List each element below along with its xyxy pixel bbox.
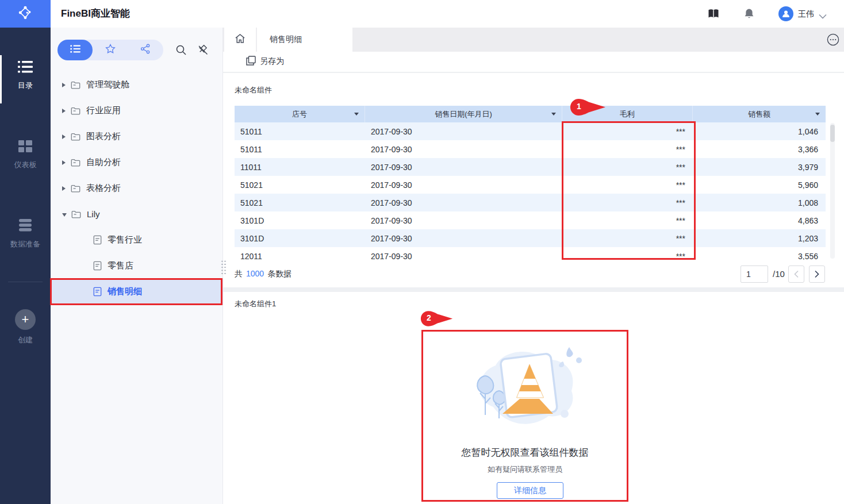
sidebar-item-dashboard[interactable]: 仪表板 xyxy=(0,140,51,170)
rail-item-label: 目录 xyxy=(0,80,51,91)
chevron-right-icon[interactable] xyxy=(62,134,66,139)
record-count: 共1000条数据 xyxy=(235,269,291,279)
component1-title: 未命名组件 xyxy=(235,85,272,95)
dashboard-icon xyxy=(18,144,32,154)
table-cell: 3101D xyxy=(235,211,365,229)
table-scrollbar-track[interactable] xyxy=(830,123,835,259)
sidebar-item-data-prep[interactable]: 数据准备 xyxy=(0,219,51,249)
tab-sales-detail[interactable]: 销售明细 xyxy=(257,28,352,52)
chevron-right-icon[interactable] xyxy=(62,186,66,191)
user-name[interactable]: 王伟 xyxy=(798,0,814,28)
tree-item-label: 图表分析 xyxy=(86,131,121,142)
table-cell: 3,556 xyxy=(693,247,826,260)
table-row-1: 510112017-09-30***3,366 xyxy=(235,140,826,158)
annotation-box-no-permission xyxy=(421,330,628,502)
view-switch xyxy=(57,40,163,60)
folder-icon xyxy=(71,80,80,89)
sidebar-tree-item-7[interactable]: 零售店 xyxy=(51,253,223,279)
folder-icon xyxy=(71,184,80,193)
count-suffix: 条数据 xyxy=(267,269,291,278)
filter-dropdown-icon[interactable] xyxy=(551,113,556,118)
chevron-right-icon[interactable] xyxy=(62,83,66,87)
plus-icon: + xyxy=(15,309,36,330)
annotation-marker-label: 1 xyxy=(575,102,583,111)
prev-page-button[interactable] xyxy=(788,266,804,283)
save-as-button[interactable]: 另存为 xyxy=(246,56,284,67)
table-row-2: 110112017-09-30***3,979 xyxy=(235,158,826,176)
share-icon xyxy=(140,44,151,56)
sidebar-item-create[interactable]: + 创建 xyxy=(0,309,51,345)
sidebar-tree-item-4[interactable]: 表格分析 xyxy=(51,175,223,201)
page-number-input[interactable] xyxy=(741,266,768,283)
column-header-0[interactable]: 店号 xyxy=(235,106,365,122)
filter-dropdown-icon[interactable] xyxy=(815,113,820,118)
sidebar-tree-item-1[interactable]: 行业应用 xyxy=(51,98,223,124)
tree-item-label: 零售店 xyxy=(108,260,133,271)
table-cell: 11011 xyxy=(235,158,365,176)
finebi-logo[interactable] xyxy=(0,0,51,28)
column-label: 店号 xyxy=(292,109,307,120)
drag-handle[interactable] xyxy=(221,260,227,275)
sidebar-tree-item-2[interactable]: 图表分析 xyxy=(51,124,223,149)
annotation-box-profit-column xyxy=(562,121,696,260)
sidebar-tree-item-6[interactable]: 零售行业 xyxy=(51,227,223,253)
view-switch-list[interactable] xyxy=(57,40,93,60)
table-cell: 5,960 xyxy=(693,176,826,194)
table-cell: 3,979 xyxy=(693,158,826,176)
chevron-right-icon[interactable] xyxy=(62,160,66,165)
column-label: 销售额 xyxy=(748,109,770,120)
directory-sidebar: 管理驾驶舱行业应用图表分析自助分析表格分析Lily零售行业零售店销售明细 xyxy=(51,28,223,504)
column-header-1[interactable]: 销售日期(年月日) xyxy=(365,106,562,122)
annotation-marker-label: 2 xyxy=(425,313,433,322)
chevron-down-icon[interactable] xyxy=(819,11,827,21)
sidebar-tree-item-5[interactable]: Lily xyxy=(51,201,223,227)
sales-table: 店号销售日期(年月日)毛利销售额 510112017-09-30***1,046… xyxy=(235,106,826,260)
tree-item-label: Lily xyxy=(87,209,100,219)
table-cell: 2017-09-30 xyxy=(365,247,562,260)
bell-icon[interactable] xyxy=(743,7,755,20)
user-avatar[interactable] xyxy=(778,6,793,21)
chevron-down-icon[interactable] xyxy=(62,213,67,217)
table-row-6: 3101D2017-09-30***1,203 xyxy=(235,229,826,247)
rail-item-label: 数据准备 xyxy=(0,239,51,249)
help-book-icon[interactable] xyxy=(707,7,720,20)
top-header: FineBI商业智能 王伟 xyxy=(0,0,844,28)
next-page-button[interactable] xyxy=(809,266,825,283)
table-cell: 2017-09-30 xyxy=(365,140,562,158)
tree-item-label: 自助分析 xyxy=(86,157,121,168)
table-cell: 2017-09-30 xyxy=(365,211,562,229)
search-icon[interactable] xyxy=(175,44,187,56)
rail-divider xyxy=(8,282,43,282)
table-cell: 12011 xyxy=(235,247,365,260)
chevron-right-icon[interactable] xyxy=(62,109,66,113)
folder-icon xyxy=(71,106,80,115)
finebi-app: FineBI商业智能 王伟 目录 仪表板 xyxy=(0,0,844,504)
save-as-label: 另存为 xyxy=(260,56,284,67)
nav-rail: 目录 仪表板 数据准备 + 创建 xyxy=(0,28,51,504)
table-cell: 1,008 xyxy=(693,194,826,211)
view-switch-favorites[interactable] xyxy=(93,40,128,60)
view-switch-shared[interactable] xyxy=(128,40,163,60)
table-cell: 2017-09-30 xyxy=(365,158,562,176)
table-row-0: 510112017-09-30***1,046 xyxy=(235,122,826,140)
table-cell: 2017-09-30 xyxy=(365,122,562,140)
count-value[interactable]: 1000 xyxy=(246,269,264,278)
filter-dropdown-icon[interactable] xyxy=(354,113,359,118)
list-icon xyxy=(70,45,80,55)
more-options-icon[interactable] xyxy=(827,33,839,46)
column-header-3[interactable]: 销售额 xyxy=(693,106,826,122)
sidebar-tree-item-3[interactable]: 自助分析 xyxy=(51,149,223,175)
table-scrollbar-thumb[interactable] xyxy=(830,125,835,142)
table-cell: 51021 xyxy=(235,176,365,194)
sidebar-item-catalog[interactable]: 目录 xyxy=(0,61,51,91)
folder-icon xyxy=(71,158,80,167)
sidebar-tree-item-0[interactable]: 管理驾驶舱 xyxy=(51,72,223,98)
annotation-box-sidebar-item xyxy=(50,278,222,305)
document-icon xyxy=(93,261,102,271)
tab-home[interactable] xyxy=(224,28,256,52)
database-icon xyxy=(18,224,33,233)
toolbar: 另存为 xyxy=(223,52,844,72)
list-icon xyxy=(18,65,33,75)
table-row-7: 120112017-09-30***3,556 xyxy=(235,247,826,260)
unpin-icon[interactable] xyxy=(197,44,209,56)
